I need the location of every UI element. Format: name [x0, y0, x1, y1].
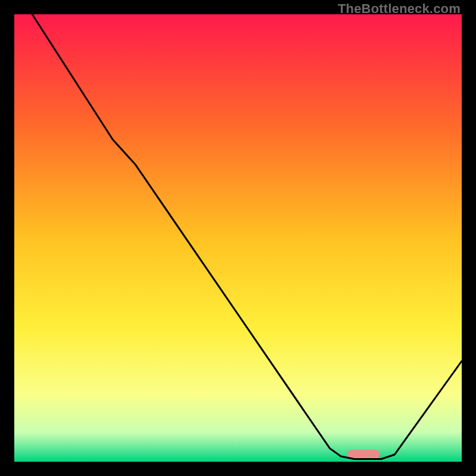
chart-frame: TheBottleneck.com — [0, 0, 476, 476]
watermark-text: TheBottleneck.com — [338, 1, 461, 17]
plot-area — [14, 14, 462, 462]
gradient-background — [14, 14, 462, 462]
chart-svg — [14, 14, 462, 462]
